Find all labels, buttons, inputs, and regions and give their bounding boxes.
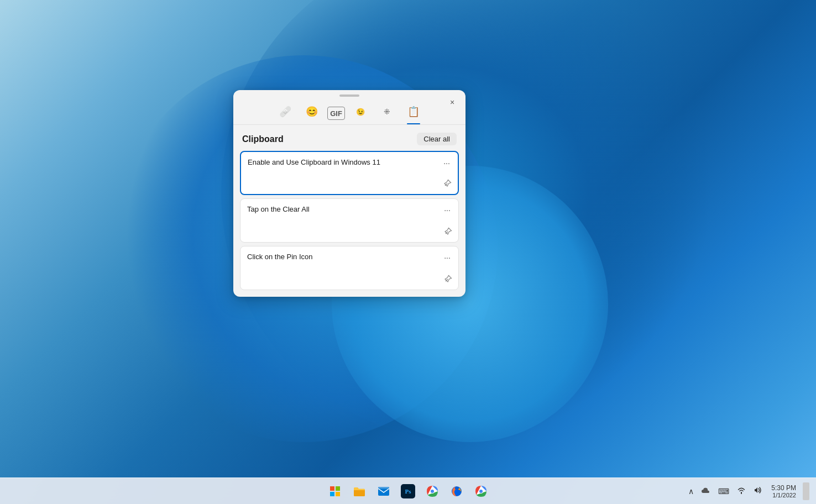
clipboard-item-3-pin-button[interactable] xyxy=(442,273,454,285)
taskbar-mail[interactable] xyxy=(373,481,394,502)
svg-point-16 xyxy=(479,490,483,493)
taskbar-date: 1/1/2022 xyxy=(771,492,796,498)
clipboard-item-3-text: Click on the Pin Icon xyxy=(247,252,452,262)
svg-rect-4 xyxy=(336,486,340,491)
tray-sound-icon[interactable] xyxy=(750,484,766,498)
svg-rect-6 xyxy=(336,492,340,496)
clipboard-title: Clipboard xyxy=(242,134,284,144)
clipboard-item-1-more-button[interactable]: ··· xyxy=(440,156,453,170)
taskbar-chrome-2[interactable] xyxy=(470,481,491,502)
clipboard-item-1[interactable]: Enable and Use Clipboard in Windows 11 ·… xyxy=(240,151,459,195)
taskbar-time-date[interactable]: 5:30 PM 1/1/2022 xyxy=(767,483,801,500)
clipboard-item-2-text: Tap on the Clear All xyxy=(247,204,452,214)
close-button[interactable]: × xyxy=(444,95,460,110)
tray-cloud-icon[interactable] xyxy=(698,485,714,498)
tab-stickers[interactable]: 🩹 xyxy=(274,102,296,124)
taskbar-chrome[interactable] xyxy=(422,481,443,502)
show-desktop-button[interactable] xyxy=(803,482,809,500)
clipboard-item-1-text: Enable and Use Clipboard in Windows 11 xyxy=(248,158,451,167)
system-tray: ∧ ⌨ 5:30 PM 1/1/2022 xyxy=(685,482,809,500)
tab-clipboard[interactable]: 📋 xyxy=(402,102,425,124)
taskbar-firefox[interactable] xyxy=(446,481,467,502)
tray-keyboard-icon[interactable]: ⌨ xyxy=(715,485,733,498)
tab-emoji[interactable]: 😊 xyxy=(301,102,323,124)
drag-handle-area[interactable] xyxy=(233,90,465,99)
clipboard-item-3[interactable]: Click on the Pin Icon ··· xyxy=(240,246,459,290)
clipboard-item-2-pin-button[interactable] xyxy=(442,225,454,238)
clipboard-item-1-pin-button[interactable] xyxy=(441,177,453,190)
svg-rect-9 xyxy=(378,487,389,489)
clipboard-item-2-more-button[interactable]: ··· xyxy=(441,203,454,217)
taskbar-time: 5:30 PM xyxy=(771,484,796,492)
taskbar: Ps xyxy=(0,477,816,504)
svg-rect-5 xyxy=(330,492,334,496)
taskbar-start-button[interactable] xyxy=(325,481,346,502)
clipboard-header: Clipboard Clear all xyxy=(233,125,465,151)
clear-all-button[interactable]: Clear all xyxy=(417,133,457,145)
tab-gif[interactable]: GIF xyxy=(327,107,345,120)
tab-kaomoji[interactable]: 😉 xyxy=(349,102,372,124)
clipboard-popup: × 🩹 😊 GIF 😉 ⁜ 📋 Clipboard Clear all Enab… xyxy=(233,90,465,297)
tray-wifi-icon[interactable] xyxy=(734,484,749,498)
svg-rect-3 xyxy=(330,486,334,491)
taskbar-photoshop[interactable]: Ps xyxy=(397,481,419,502)
clipboard-item-2[interactable]: Tap on the Clear All ··· xyxy=(240,198,459,243)
taskbar-file-explorer[interactable] xyxy=(349,481,370,502)
clipboard-item-3-more-button[interactable]: ··· xyxy=(441,251,454,264)
popup-tabs: 🩹 😊 GIF 😉 ⁜ 📋 xyxy=(233,99,465,125)
drag-bar xyxy=(339,95,359,97)
taskbar-center: Ps xyxy=(325,481,491,502)
tray-expand-button[interactable]: ∧ xyxy=(685,485,697,498)
clipboard-items-list: Enable and Use Clipboard in Windows 11 ·… xyxy=(233,151,465,297)
svg-point-12 xyxy=(431,490,434,493)
tab-symbols[interactable]: ⁜ xyxy=(376,102,398,124)
